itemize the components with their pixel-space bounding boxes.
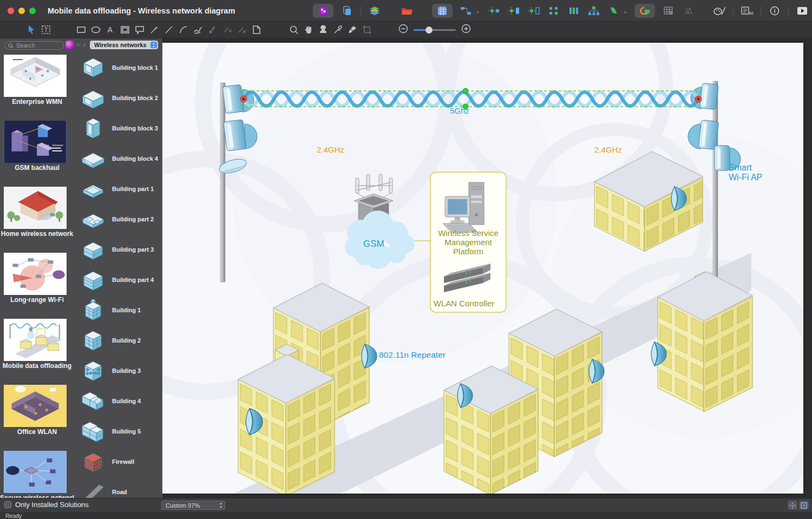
layers-icon[interactable] (368, 4, 381, 17)
text-frame-tool[interactable]: T (38, 23, 53, 36)
shape-item[interactable]: Building 1 (74, 295, 162, 325)
page-tool[interactable] (249, 23, 264, 36)
add-node-tool[interactable] (220, 23, 234, 36)
delete-node-tool[interactable] (234, 23, 249, 36)
solution-thumbnail[interactable] (4, 187, 67, 229)
zoom-level-select[interactable]: Custom 97% ▲▼ (161, 501, 225, 510)
rectangle-tool[interactable] (74, 23, 88, 36)
shape-item[interactable]: Building part 1 (74, 174, 162, 204)
solution-item[interactable]: Long-range Wi-Fi (0, 251, 74, 317)
clipboard-icon[interactable] (340, 4, 353, 17)
label-5ghz[interactable]: 5Ghz (450, 106, 469, 115)
shape-style-icon[interactable] (607, 4, 620, 17)
stamp-tool[interactable] (316, 23, 330, 36)
label-24ghz-right[interactable]: 2.4GHz (594, 145, 622, 154)
shape-item[interactable]: Building 5 (74, 416, 162, 446)
latex-icon[interactable]: LATEX (682, 4, 695, 17)
solutions-panel-icon[interactable] (313, 4, 333, 18)
label-24ghz-left[interactable]: 2.4GHz (317, 145, 344, 154)
format-brush-tool[interactable] (345, 23, 359, 36)
pan-navigator-button[interactable] (788, 501, 797, 510)
callout-tool[interactable] (132, 23, 147, 36)
shape-item[interactable]: Building part 3 (74, 234, 162, 265)
shape-item[interactable]: Building block 1 (74, 52, 162, 83)
minimize-button[interactable] (18, 8, 25, 14)
spreadsheet-icon[interactable] (432, 4, 453, 18)
close-button[interactable] (8, 8, 14, 14)
conceptdraw-mode-icon[interactable] (634, 4, 655, 18)
freehand-tool[interactable] (191, 23, 205, 36)
label-wsmp-2[interactable]: Management (444, 238, 492, 247)
notes-hyperlink-icon[interactable]: GO (741, 4, 754, 17)
solution-thumbnail[interactable] (4, 253, 67, 295)
checkbox[interactable] (4, 501, 11, 508)
chevron-down-icon[interactable]: ⌄ (475, 8, 480, 14)
solution-item[interactable]: Mobile data offloading (0, 317, 74, 383)
zoom-slider-handle[interactable] (425, 27, 433, 34)
label-wsmp-3[interactable]: Platform (453, 247, 483, 256)
align-object-icon[interactable] (487, 4, 500, 17)
label-gsm[interactable]: GSM (363, 239, 384, 249)
line-tool[interactable] (161, 23, 176, 36)
info-icon[interactable]: i (768, 4, 781, 17)
ellipse-tool[interactable] (88, 23, 103, 36)
select-arrow-tool[interactable] (24, 23, 38, 36)
building-mid-a[interactable] (444, 366, 538, 494)
selection-handle-top[interactable] (463, 88, 468, 94)
library-select[interactable]: Wireless networks▲▼ (90, 41, 158, 49)
arc-tool[interactable] (176, 23, 191, 36)
solution-thumbnail[interactable] (4, 451, 67, 493)
solution-thumbnail[interactable] (4, 319, 67, 361)
text-tool[interactable]: A (103, 23, 117, 36)
shape-item[interactable]: Building 3 (74, 356, 162, 386)
edit-node-tool[interactable] (205, 23, 220, 36)
building-far-right[interactable] (658, 272, 752, 412)
solution-item[interactable]: Office WLAN (0, 383, 74, 449)
magnifier-tool[interactable] (286, 23, 301, 36)
align-page-icon[interactable] (527, 4, 540, 17)
forward-chevron-icon[interactable]: › (83, 40, 86, 48)
zoom-out-button[interactable] (398, 24, 408, 36)
shape-item[interactable]: Firewall (74, 446, 162, 477)
theme-pen-icon[interactable] (713, 4, 726, 17)
eyedropper-tool[interactable] (330, 23, 345, 36)
shape-item[interactable]: Building block 3 (74, 113, 162, 143)
connector-arrow-tool[interactable] (147, 23, 161, 36)
image-frame-tool[interactable] (117, 23, 132, 36)
arrange-pair-icon[interactable] (547, 4, 560, 17)
presentation-icon[interactable] (796, 4, 809, 17)
shape-item[interactable]: Building part 2 (74, 204, 162, 234)
label-repeater[interactable]: 802.11n Repeater (379, 350, 446, 359)
label-wsmp-1[interactable]: Wireless Service (438, 228, 499, 238)
grid-snap-icon[interactable] (662, 4, 675, 17)
connector-type-icon[interactable] (460, 4, 473, 17)
only-installed-checkbox-row[interactable]: Only Installed Solutions (4, 501, 89, 509)
distribute-object-icon[interactable] (507, 4, 520, 17)
chevron-down-icon[interactable]: ⌄ (623, 8, 627, 14)
solution-thumbnail[interactable] (4, 55, 67, 97)
solution-item[interactable]: GSM backhaul (0, 119, 74, 185)
search-field[interactable] (4, 41, 64, 50)
shape-item[interactable]: Building part 4 (74, 265, 162, 295)
zoom-in-button[interactable] (461, 24, 471, 36)
label-smart-ap-2[interactable]: Wi-Fi AP (729, 173, 762, 182)
shape-item[interactable]: Building block 2 (74, 83, 162, 113)
document-page[interactable]: 5Ghz 2.4GHz 2.4GHz Smart Wi-Fi AP GSM Wi… (162, 43, 803, 494)
search-input[interactable] (15, 42, 58, 49)
solution-thumbnail[interactable] (4, 385, 67, 427)
open-folder-icon[interactable] (401, 4, 414, 17)
zoom-button[interactable] (29, 8, 36, 14)
page-navigator-button[interactable] (799, 501, 809, 510)
label-smart-ap-1[interactable]: Smart (729, 163, 752, 172)
solution-thumbnail[interactable] (4, 121, 67, 163)
solutions-store-icon[interactable] (66, 41, 74, 49)
tree-layout-icon[interactable] (587, 4, 600, 17)
label-wlan-controller[interactable]: WLAN Controller (434, 299, 495, 308)
solution-item[interactable]: Enterprise WMN (0, 52, 74, 119)
pan-hand-tool[interactable] (301, 23, 316, 36)
back-chevron-icon[interactable]: ‹ (77, 40, 79, 48)
shape-item[interactable]: Building 2 (74, 325, 162, 356)
crop-tool[interactable] (359, 23, 374, 36)
zoom-slider[interactable] (414, 29, 456, 31)
solution-item[interactable]: Home wireless network (0, 185, 74, 251)
